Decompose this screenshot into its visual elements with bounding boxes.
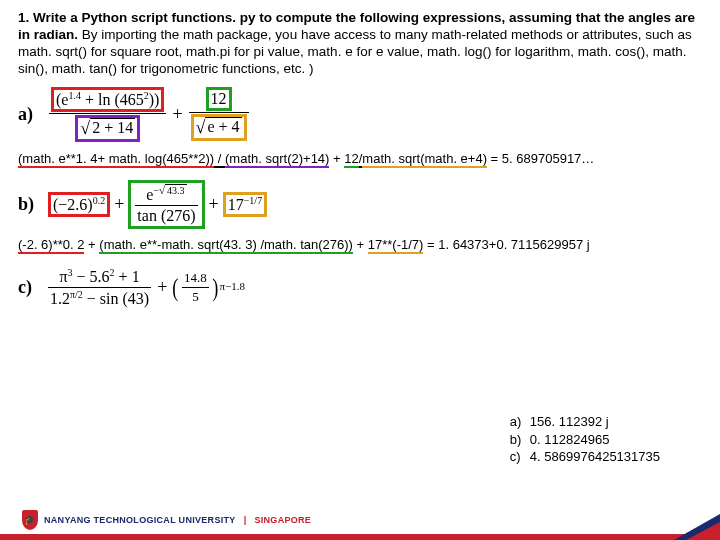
footer: 🎓 NANYANG TECHNOLOGICAL UNIVERSITY | SIN… bbox=[0, 492, 720, 540]
answers-list: a)156. 112392 j b)0. 112824965 c)4. 5869… bbox=[510, 413, 660, 466]
ans-b-eq: = 1. 64373+0. 7115629957 j bbox=[423, 237, 589, 252]
equation-a: a) (e1.4 + ln (4652)) √2 + 14 + 12 √e + … bbox=[18, 86, 702, 143]
eq-a-sup1: 1.4 bbox=[68, 90, 81, 101]
label-c: c) bbox=[18, 277, 32, 298]
equation-c: c) π3 − 5.62 + 1 1.2π/2 − sin (43) + ( 1… bbox=[18, 266, 702, 310]
ans-b-p1: (-2. 6)**0. 2 bbox=[18, 237, 84, 254]
rparen-icon: ) bbox=[212, 273, 218, 303]
plus-icon: + bbox=[114, 194, 124, 215]
eq-a-close: )) bbox=[149, 91, 160, 108]
plus-icon: + bbox=[157, 277, 167, 298]
plus: + bbox=[84, 237, 99, 252]
ans-val-c: 4. 5869976425131735 bbox=[530, 448, 660, 466]
eq-c-pih: π/2 bbox=[70, 289, 83, 300]
ans-b-p2: (math. e**-math. sqrt(43. 3) /math. tan(… bbox=[99, 237, 353, 254]
eq-c-56: − 5.6 bbox=[73, 268, 110, 285]
ntu-shield-icon: 🎓 bbox=[22, 510, 38, 530]
eq-c-12: 1.2 bbox=[50, 291, 70, 308]
ans-a-p4: math. sqrt(math. e+4) bbox=[362, 151, 487, 168]
eq-c-148: 14.8 bbox=[182, 269, 209, 287]
footer-corner-red bbox=[686, 522, 720, 540]
eq-a-den1: 2 + 14 bbox=[90, 118, 135, 137]
eq-c-pi: π bbox=[60, 268, 68, 285]
ans-a-p1: (math. e**1. 4+ math. log(465**2)) bbox=[18, 151, 214, 168]
eq-c-sin: − sin (43) bbox=[83, 291, 149, 308]
intro-text: 1. Write a Python script functions. py t… bbox=[18, 10, 702, 78]
divider-icon: | bbox=[244, 515, 247, 525]
plus: + bbox=[329, 151, 344, 166]
lparen-icon: ( bbox=[173, 273, 179, 303]
ans-val-b: 0. 112824965 bbox=[530, 431, 610, 449]
eq-b-t1sup: 0.2 bbox=[93, 195, 106, 206]
eq-c-5: 5 bbox=[190, 288, 201, 306]
answer-a-line: (math. e**1. 4+ math. log(465**2)) / (ma… bbox=[18, 151, 702, 166]
eq-a-num2: 12 bbox=[206, 87, 232, 111]
ans-let-c: c) bbox=[510, 448, 530, 466]
ans-val-a: 156. 112392 j bbox=[530, 413, 609, 431]
eq-a-ln: + ln (465 bbox=[81, 91, 144, 108]
ans-a-p3: 12 bbox=[344, 151, 358, 168]
equation-b: b) (−2.6)0.2 + e−√43.3 tan (276) + 17−1/… bbox=[18, 180, 702, 229]
eq-c-outsup: π−1.8 bbox=[219, 280, 245, 292]
eq-a-den2: e + 4 bbox=[205, 117, 241, 136]
eq-b-t3: 17 bbox=[228, 196, 244, 213]
eq-b-den: tan (276) bbox=[135, 206, 197, 226]
footer-sg: SINGAPORE bbox=[254, 515, 311, 525]
intro-rest: By importing the math package, you have … bbox=[18, 27, 692, 76]
ans-let-b: b) bbox=[510, 431, 530, 449]
label-b: b) bbox=[18, 194, 34, 215]
ans-let-a: a) bbox=[510, 413, 530, 431]
eq-b-t3sup: −1/7 bbox=[244, 195, 262, 206]
ans-a-eq: = 5. 689705917… bbox=[487, 151, 594, 166]
eq-b-root: 43.3 bbox=[165, 184, 187, 196]
footer-bar bbox=[0, 534, 720, 540]
plus-icon: + bbox=[209, 194, 219, 215]
footer-uni: NANYANG TECHNOLOGICAL UNIVERSITY bbox=[44, 515, 236, 525]
plus2: + bbox=[353, 237, 368, 252]
label-a: a) bbox=[18, 104, 33, 125]
plus-icon: + bbox=[172, 104, 182, 125]
answer-b-line: (-2. 6)**0. 2 + (math. e**-math. sqrt(43… bbox=[18, 237, 702, 252]
ans-a-p2: (math. sqrt(2)+14) bbox=[225, 151, 329, 168]
eq-a-num-e: (e bbox=[56, 91, 68, 108]
eq-c-plus1: + 1 bbox=[115, 268, 140, 285]
slash: / bbox=[214, 151, 225, 168]
eq-b-t1: (−2.6) bbox=[53, 196, 93, 213]
ans-b-p3: 17**(-1/7) bbox=[368, 237, 424, 254]
